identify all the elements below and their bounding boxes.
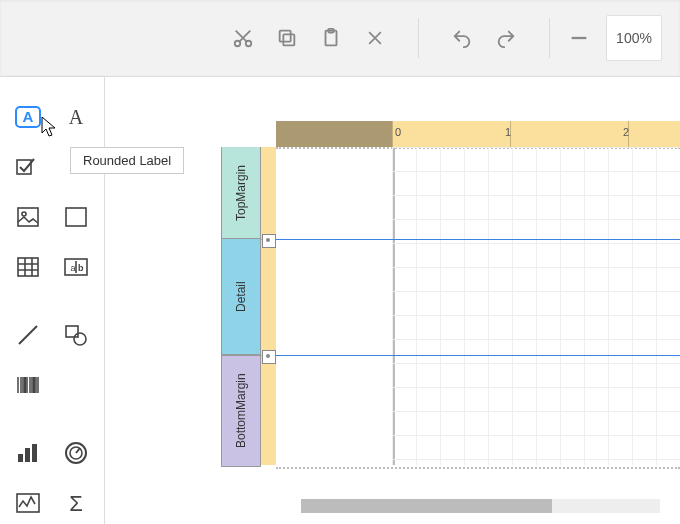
delete-button[interactable] <box>360 23 390 53</box>
cut-button[interactable] <box>228 23 258 53</box>
pivot-tool[interactable]: Σ <box>57 485 95 521</box>
design-surface[interactable] <box>276 147 680 524</box>
rounded-label-tool[interactable]: A <box>9 99 47 135</box>
svg-rect-12 <box>66 208 86 226</box>
band-topmargin[interactable]: TopMargin <box>221 147 261 239</box>
resize-handle[interactable] <box>262 350 276 364</box>
shape-tool[interactable] <box>57 317 95 353</box>
band-bottommargin[interactable]: BottomMargin <box>221 355 261 467</box>
band-divider-1[interactable] <box>276 239 680 240</box>
scrollbar-thumb[interactable] <box>301 499 552 513</box>
zoom-input[interactable]: 100% <box>606 15 662 61</box>
separator <box>418 18 419 58</box>
toolbox: A A ab Σ <box>0 77 105 524</box>
line-tool[interactable] <box>9 317 47 353</box>
band-detail[interactable]: Detail <box>221 239 261 355</box>
svg-rect-20 <box>25 448 30 462</box>
svg-text:A: A <box>69 106 84 128</box>
sparkline-tool[interactable] <box>9 485 47 521</box>
canvas-area: 0 1 2 3 TopMargin Detail BottomMargin <box>105 77 680 524</box>
resize-handle[interactable] <box>262 234 276 248</box>
svg-rect-3 <box>280 31 291 42</box>
zoom-out-button[interactable] <box>564 23 594 53</box>
separator <box>549 18 550 58</box>
svg-rect-21 <box>32 444 37 462</box>
paste-button[interactable] <box>316 23 346 53</box>
band-divider-2[interactable] <box>276 355 680 356</box>
richtext-tool[interactable]: ab <box>57 249 95 285</box>
ruler-tick-0: 0 <box>395 126 401 138</box>
checkbox-tool[interactable] <box>9 149 47 185</box>
redo-button[interactable] <box>491 23 521 53</box>
svg-text:b: b <box>78 263 84 273</box>
blank-tool-2 <box>57 367 95 403</box>
svg-point-11 <box>22 212 26 216</box>
chart-tool[interactable] <box>9 435 47 471</box>
svg-text:Σ: Σ <box>69 491 83 515</box>
main-area: A A ab Σ <box>0 77 680 524</box>
svg-rect-19 <box>18 454 23 462</box>
vertical-ruler[interactable] <box>261 147 277 465</box>
horizontal-ruler-active[interactable]: 0 1 2 3 <box>392 121 680 147</box>
svg-text:A: A <box>23 108 34 125</box>
svg-text:a: a <box>71 263 76 273</box>
table-tool[interactable] <box>9 249 47 285</box>
top-toolbar: 100% <box>0 0 680 77</box>
label-tool[interactable]: A <box>57 99 95 135</box>
svg-rect-13 <box>18 258 38 276</box>
panel-tool[interactable] <box>57 199 95 235</box>
picture-tool[interactable] <box>9 199 47 235</box>
ruler-tick-1: 1 <box>505 126 511 138</box>
barcode-tool[interactable] <box>9 367 47 403</box>
band-labels: TopMargin Detail BottomMargin <box>221 147 261 467</box>
gauge-tool[interactable] <box>57 435 95 471</box>
ruler-tick-2: 2 <box>623 126 629 138</box>
horizontal-scrollbar[interactable] <box>301 499 660 513</box>
svg-point-18 <box>74 333 86 345</box>
svg-rect-10 <box>18 208 38 226</box>
undo-button[interactable] <box>447 23 477 53</box>
tooltip: Rounded Label <box>70 147 184 174</box>
copy-button[interactable] <box>272 23 302 53</box>
svg-rect-2 <box>283 34 294 45</box>
